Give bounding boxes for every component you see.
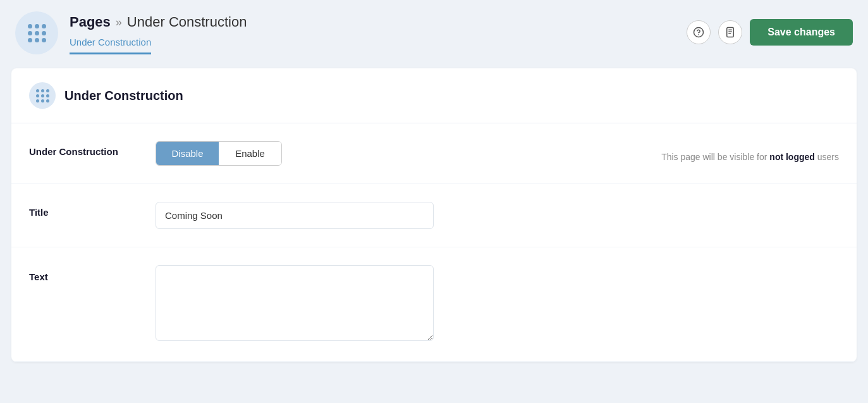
notes-button[interactable] [718, 20, 742, 44]
status-text-post: users [815, 152, 839, 162]
breadcrumb-parent: Pages [70, 14, 111, 30]
toggle-control: Disable Enable [156, 141, 434, 166]
text-row: Text [11, 247, 857, 362]
section-title: Under Construction [64, 89, 183, 103]
help-button[interactable] [687, 20, 711, 44]
title-row: Title [11, 184, 857, 247]
tab-under-construction[interactable]: Under Construction [70, 37, 151, 54]
toggle-group: Disable Enable [156, 141, 282, 166]
help-circle-icon [693, 27, 704, 38]
page-header: Pages » Under Construction Under Constru… [0, 0, 868, 54]
visibility-status: This page will be visible for not logged… [661, 146, 839, 162]
status-text-pre: This page will be visible for [661, 152, 769, 162]
grid-icon [28, 24, 46, 42]
under-construction-label: Under Construction [29, 141, 130, 157]
title-input[interactable] [156, 202, 434, 229]
header-actions: Save changes [687, 11, 853, 46]
tabs: Under Construction [70, 37, 675, 54]
text-textarea[interactable] [156, 265, 434, 341]
header-icon [15, 11, 58, 54]
section-header: Under Construction [11, 68, 857, 123]
section-grid-icon [36, 89, 49, 102]
save-changes-button[interactable]: Save changes [750, 19, 853, 46]
section-icon [29, 82, 56, 109]
status-text-bold: not logged [769, 152, 815, 162]
main-content: Under Construction Under Construction Di… [11, 68, 857, 362]
title-label: Title [29, 202, 130, 218]
title-control [156, 202, 434, 229]
disable-button[interactable]: Disable [156, 142, 219, 165]
header-content: Pages » Under Construction Under Constru… [70, 11, 675, 54]
breadcrumb: Pages » Under Construction [70, 14, 675, 30]
enable-button[interactable]: Enable [219, 142, 281, 165]
text-control [156, 265, 434, 344]
text-label: Text [29, 265, 130, 282]
under-construction-row: Under Construction Disable Enable This p… [11, 123, 857, 184]
breadcrumb-separator: » [116, 16, 122, 29]
notes-icon [724, 27, 736, 38]
breadcrumb-current: Under Construction [127, 14, 247, 30]
